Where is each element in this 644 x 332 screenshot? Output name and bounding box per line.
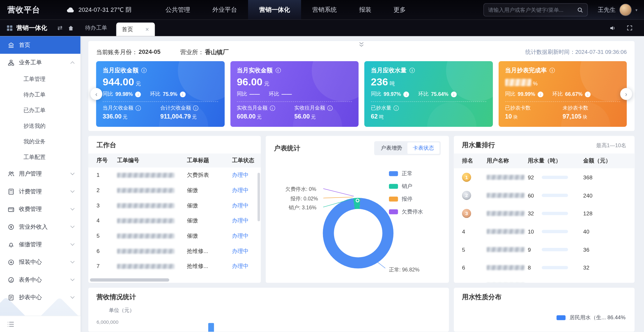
close-icon[interactable]: × <box>145 26 149 33</box>
sidebar-item-fee-mgmt[interactable]: 收费管理 <box>0 200 81 218</box>
speaker-icon[interactable] <box>607 20 618 36</box>
home-icon[interactable] <box>65 20 76 36</box>
legend-item[interactable]: 报停 <box>389 195 423 203</box>
legend-swatch <box>557 315 566 320</box>
nav-item-field-platform[interactable]: 外业平台 <box>201 0 248 20</box>
menu-list-icon[interactable] <box>7 321 14 327</box>
sidebar-item-non-operating-income[interactable]: 营业外收入 <box>0 218 81 235</box>
grid-icon <box>7 25 13 31</box>
table-header: 排名用户名称用水量（吨）金额（元） <box>454 154 635 168</box>
table-row[interactable]: 2催缴办理中 <box>88 183 261 198</box>
sidebar-item-collection-mgmt[interactable]: 催缴管理 <box>0 235 81 253</box>
order-status-link[interactable]: 办理中 <box>232 217 261 224</box>
clipboard-icon <box>7 294 14 301</box>
info-icon[interactable]: i <box>275 68 281 73</box>
card-title: 当月应收水量i <box>371 67 486 74</box>
unit-label: 单位（元） <box>109 307 449 314</box>
order-status-link[interactable]: 办理中 <box>232 247 261 255</box>
sidebar-item-install-center[interactable]: 报装中心 <box>0 253 81 271</box>
fullscreen-icon[interactable] <box>624 20 635 36</box>
card-value: 236吨 <box>371 76 486 88</box>
nav-item-public-mgmt[interactable]: 公共管理 <box>155 0 201 20</box>
search-input[interactable] <box>488 7 577 13</box>
sidebar-item-home[interactable]: 首页 <box>0 36 81 54</box>
transfer-icon[interactable]: ⇄ <box>55 20 65 36</box>
nav-item-marketing-system[interactable]: 营销系统 <box>301 0 348 20</box>
user-menu[interactable]: 王先生 ▾ <box>598 4 637 16</box>
chart-legend[interactable]: 居民用水（生... 86.44% <box>557 314 626 321</box>
table-row[interactable]: 5催缴办理中 <box>88 228 261 243</box>
tab-card-meter-status[interactable]: 卡表状态 <box>407 142 439 154</box>
table-row[interactable]: 5 9 36 <box>454 241 635 259</box>
info-icon[interactable]: i <box>141 68 147 73</box>
nav-item-more[interactable]: 更多 <box>383 0 417 20</box>
tabbar-right-tools <box>607 20 638 36</box>
table-row[interactable]: 4催缴办理中 <box>88 213 261 228</box>
users-icon <box>7 170 14 177</box>
table-row[interactable]: 7抢维修...办理中 <box>88 259 261 274</box>
chevron-down-icon[interactable]: ▾ <box>635 8 637 12</box>
info-icon[interactable]: i <box>135 105 141 111</box>
carousel-prev-button[interactable]: ‹ <box>90 88 102 100</box>
table-row[interactable]: 6抢维修...办理中 <box>88 243 261 259</box>
tab-meter-growth[interactable]: 户表增势 <box>375 142 407 154</box>
sidebar-subitem-pending-orders[interactable]: 待办工单 <box>0 87 81 103</box>
callout-normal: 正常: 96.82% <box>389 266 420 273</box>
table-row[interactable]: 1欠费拆表办理中 <box>88 168 261 183</box>
table-row[interactable]: 3催缴办理中 <box>88 198 261 213</box>
business-office-value: 香山镇厂 <box>205 48 229 56</box>
info-icon[interactable]: i <box>193 105 199 111</box>
order-status-link[interactable]: 办理中 <box>232 263 261 270</box>
sidebar-item-billing-mgmt[interactable]: 计费管理 <box>0 183 81 200</box>
legend-item[interactable]: 欠费停水 <box>389 208 423 215</box>
legend-item[interactable]: 销户 <box>389 183 423 190</box>
legend-item[interactable]: 正常 <box>389 170 423 177</box>
main-content: 当前账务月份： 2024-05 营业所： 香山镇厂 统计数据刷新时间：2024-… <box>81 36 644 332</box>
avatar[interactable] <box>619 4 632 16</box>
order-status-link[interactable]: 办理中 <box>232 202 261 209</box>
cloud-icon <box>67 7 75 13</box>
order-status-link[interactable]: 办理中 <box>232 171 261 179</box>
search-icon[interactable] <box>577 7 583 13</box>
table-row[interactable]: 2 60 240 <box>454 186 635 205</box>
table-row[interactable]: 1 92 368 <box>454 168 635 186</box>
carousel-next-button[interactable]: › <box>620 88 632 100</box>
redacted-order-no <box>117 264 174 269</box>
info-icon[interactable]: i <box>393 105 399 111</box>
tab-home[interactable]: 首页 × <box>116 23 155 36</box>
info-icon[interactable]: i <box>270 105 275 111</box>
redacted-value <box>505 79 531 86</box>
card-trend: 同比—— 环比—— <box>237 91 352 98</box>
sidebar-subitem-my-business[interactable]: 我的业务 <box>0 134 81 149</box>
sidebar-item-user-mgmt[interactable]: 用户管理 <box>0 165 81 183</box>
sidebar-subitem-order-config[interactable]: 工单配置 <box>0 149 81 165</box>
order-status-link[interactable]: 办理中 <box>232 187 261 194</box>
sidebar-subitem-order-mgmt[interactable]: 工单管理 <box>0 71 81 87</box>
table-row[interactable]: 6 8 32 <box>454 259 635 277</box>
tab-pending-orders[interactable]: 待办工单 <box>76 20 116 36</box>
coin-yen-icon <box>7 223 14 230</box>
global-search[interactable] <box>484 3 588 16</box>
business-office: 营业所： 香山镇厂 <box>180 48 229 56</box>
collapse-icon[interactable] <box>354 41 369 48</box>
sidebar-subitem-done-orders[interactable]: 已办工单 <box>0 103 81 118</box>
sidebar-item-meter-assets-center[interactable]: 表务中心 <box>0 271 81 288</box>
refresh-time: 统计数据刷新时间：2024-07-31 09:36:06 <box>525 48 627 56</box>
order-status-link[interactable]: 办理中 <box>232 232 261 240</box>
nav-item-marketing-suite[interactable]: 营销一体化 <box>248 0 301 20</box>
vertical-scrollbar[interactable] <box>258 173 260 221</box>
nav-item-install[interactable]: 报装 <box>348 0 382 20</box>
table-row-partial[interactable] <box>454 277 635 283</box>
sidebar-item-meter-reading-center[interactable]: 抄表中心 <box>0 289 81 306</box>
meter-donut[interactable] <box>323 198 394 269</box>
sidebar-item-work-orders[interactable]: 业务工单 <box>0 54 81 71</box>
usage-bar <box>542 176 568 179</box>
sidebar-item-label: 业务工单 <box>19 59 66 66</box>
info-icon[interactable]: i <box>409 68 415 73</box>
info-icon[interactable]: i <box>550 68 555 73</box>
sidebar-subitem-cc-me[interactable]: 抄送我的 <box>0 118 81 134</box>
table-row[interactable]: 3 32 128 <box>454 205 635 223</box>
table-row[interactable]: 4 10 40 <box>454 222 635 241</box>
info-icon[interactable]: i <box>327 105 333 111</box>
horizontal-scrollbar[interactable] <box>90 278 169 281</box>
